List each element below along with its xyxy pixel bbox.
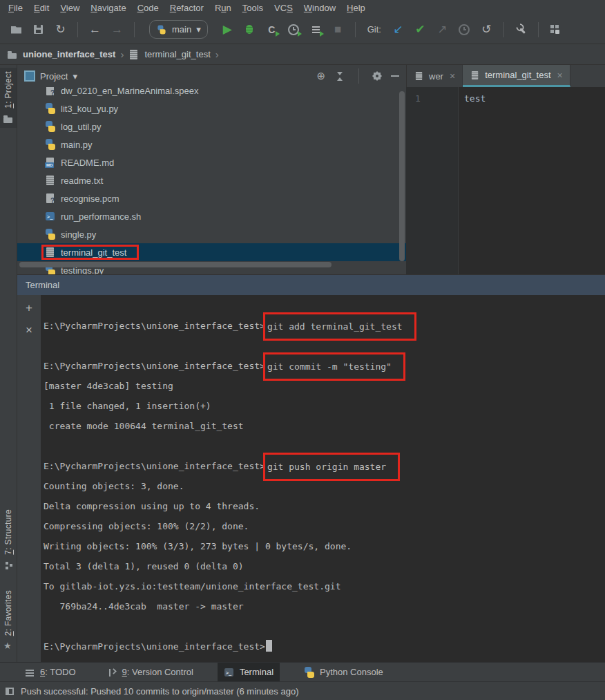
- menu-item[interactable]: Window: [298, 3, 341, 13]
- tree-horizontal-scrollbar[interactable]: [19, 262, 332, 267]
- git-update-button[interactable]: ↙: [389, 20, 407, 39]
- toolbar-separator: [538, 22, 539, 37]
- file-type-icon: [45, 157, 56, 168]
- line-number: 1: [415, 93, 421, 104]
- terminal-panel-header[interactable]: Terminal: [17, 274, 605, 295]
- tool-window-button[interactable]: Python Console: [298, 663, 390, 681]
- file-name: lit3_kou_yu.py: [61, 104, 118, 114]
- tree-vertical-scrollbar[interactable]: [399, 91, 405, 261]
- menu-item[interactable]: Edit: [28, 3, 55, 13]
- editor-tab[interactable]: terminal_git_test ×: [463, 65, 570, 87]
- close-icon[interactable]: ×: [557, 70, 563, 81]
- terminal-panel-title: Terminal: [26, 280, 59, 290]
- git-commit-button[interactable]: ✔: [411, 20, 430, 39]
- terminal-console[interactable]: E:\PycharmProjects\unione_interface_test…: [41, 295, 605, 662]
- stripe-tab[interactable]: 7: Structure: [0, 506, 17, 574]
- file-type-icon: [45, 175, 56, 186]
- tree-file-row[interactable]: README.md: [17, 153, 406, 171]
- toolbar-separator: [503, 22, 504, 37]
- gear-icon[interactable]: [374, 73, 381, 79]
- stripe-tab-project[interactable]: 1: Project: [0, 68, 17, 128]
- chevron-down-icon[interactable]: ▾: [73, 71, 77, 82]
- collapse-all-icon[interactable]: [336, 72, 344, 81]
- status-message: Push successful: Pushed 10 commits to or…: [21, 686, 298, 697]
- editor[interactable]: 1 test: [406, 87, 605, 274]
- settings-button[interactable]: [512, 20, 530, 39]
- breadcrumb-file[interactable]: terminal_git_test: [144, 49, 210, 59]
- file-type-icon: [45, 87, 56, 96]
- tree-file-row[interactable]: log_util.py: [17, 117, 406, 135]
- tree-file-row[interactable]: main.py: [17, 135, 406, 153]
- tool-window-icon: [304, 667, 315, 678]
- save-layout-button[interactable]: [546, 20, 565, 39]
- stripe-tab-icon: [3, 560, 14, 571]
- file-type-icon: [45, 211, 56, 222]
- back-button[interactable]: ←: [86, 20, 104, 39]
- menu-item[interactable]: Navigate: [85, 3, 131, 13]
- menu-item[interactable]: View: [55, 3, 85, 13]
- terminal-text: E:\PycharmProjects\unione_interface_test…: [44, 461, 265, 471]
- profiler-button[interactable]: [285, 20, 303, 39]
- tool-window-button[interactable]: 9: Version Control: [100, 663, 200, 681]
- file-name: readme.txt: [61, 176, 103, 186]
- menu-item[interactable]: Code: [132, 3, 164, 13]
- menu-item[interactable]: Refactor: [164, 3, 209, 13]
- breadcrumb-project[interactable]: unione_interface_test: [23, 49, 115, 59]
- menu-item[interactable]: VCS: [269, 3, 298, 13]
- file-type-icon: [45, 139, 56, 150]
- locate-icon[interactable]: ⊕: [316, 70, 325, 82]
- menu-item[interactable]: Help: [341, 3, 371, 13]
- open-project-button[interactable]: [7, 20, 26, 39]
- editor-content[interactable]: test: [459, 87, 486, 274]
- tree-file-row[interactable]: terminal_git_test: [17, 243, 406, 261]
- git-push-button[interactable]: ↗: [433, 20, 452, 39]
- sync-button[interactable]: ↻: [51, 20, 70, 39]
- tree-file-row[interactable]: readme.txt: [17, 171, 406, 189]
- tool-window-label: Python Console: [320, 667, 383, 677]
- tool-window-button[interactable]: 6: TODO: [18, 663, 82, 681]
- tool-window-toggle-icon[interactable]: [6, 688, 14, 695]
- coverage-button[interactable]: [262, 20, 281, 39]
- menu-item[interactable]: File: [3, 3, 28, 13]
- tree-file-row[interactable]: recognise.pcm: [17, 189, 406, 207]
- tool-window-bar: 6: TODO 9: Version Control Terminal Pyth…: [0, 662, 605, 681]
- terminal-command: git add terminal_git_test: [263, 312, 416, 341]
- menu-item[interactable]: Tools: [237, 3, 269, 13]
- history-clock-icon: [459, 24, 470, 35]
- hide-panel-icon[interactable]: [391, 75, 399, 77]
- run-button[interactable]: ▶: [218, 20, 237, 39]
- stripe-tab[interactable]: 2: Favorites: [0, 587, 17, 655]
- project-panel-title[interactable]: Project: [40, 71, 68, 82]
- close-icon[interactable]: ×: [450, 70, 455, 82]
- menu-item[interactable]: Run: [209, 3, 237, 13]
- stop-button[interactable]: ■: [329, 20, 347, 39]
- terminal-text: E:\PycharmProjects\unione_interface_test…: [44, 641, 265, 652]
- run-config-selector[interactable]: main ▾: [149, 20, 208, 39]
- terminal-line: E:\PycharmProjects\unione_interface_test…: [44, 316, 605, 336]
- git-rollback-button[interactable]: ↺: [477, 20, 496, 39]
- menu-bar: FileEditViewNavigateCodeRefactorRunTools…: [0, 0, 605, 15]
- file-type-icon: [45, 193, 56, 204]
- layout-icon: [550, 25, 560, 34]
- editor-tab[interactable]: wer ×: [407, 65, 463, 87]
- close-session-button[interactable]: ×: [26, 324, 32, 336]
- file-type-icon: [45, 121, 56, 132]
- tool-window-label: 6: TODO: [40, 667, 76, 677]
- header-separator: [358, 68, 359, 84]
- run-with-configs-button[interactable]: [307, 20, 325, 39]
- tool-window-button[interactable]: Terminal: [218, 663, 280, 681]
- save-all-button[interactable]: [29, 20, 48, 39]
- debug-button[interactable]: [240, 20, 259, 39]
- tree-file-row[interactable]: lit3_kou_yu.py: [17, 100, 406, 117]
- python-icon: [157, 25, 166, 34]
- new-session-button[interactable]: +: [26, 302, 32, 314]
- stripe-tab-icon: [3, 113, 14, 124]
- tree-file-row[interactable]: run_performance.sh: [17, 207, 406, 225]
- tree-file-row[interactable]: dw_0210_en_MarineAnimal.speex: [17, 87, 406, 100]
- tree-file-row[interactable]: single.py: [17, 225, 406, 243]
- chevron-right-icon: ›: [215, 48, 219, 60]
- project-icon: [24, 70, 35, 82]
- terminal-line: E:\PycharmProjects\unione_interface_test…: [44, 636, 605, 656]
- forward-button[interactable]: →: [108, 20, 126, 39]
- git-history-button[interactable]: [455, 20, 474, 39]
